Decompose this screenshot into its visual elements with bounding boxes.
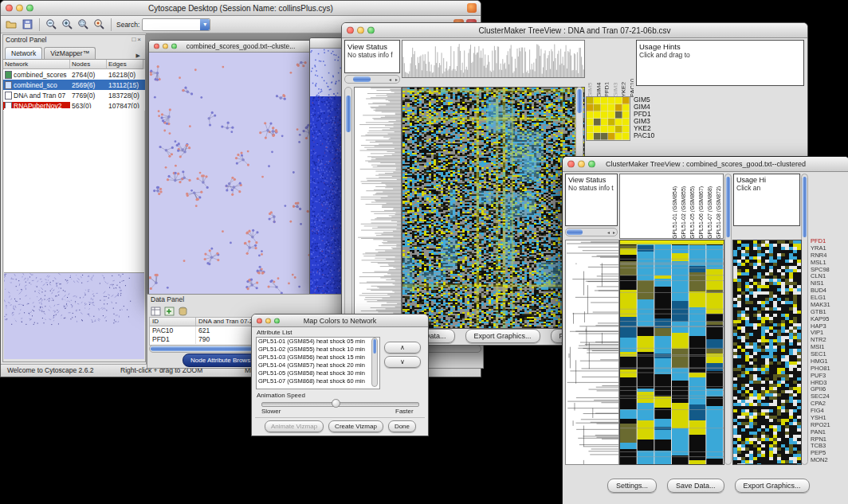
scroll-left-icon[interactable]: ◂ bbox=[607, 230, 610, 235]
gene-label[interactable]: SPC98 bbox=[811, 267, 847, 274]
gene-label[interactable]: MSI1 bbox=[811, 344, 847, 351]
attribute-list-item[interactable]: GPL51-02 (GSM855) heat shock 10 min bbox=[257, 346, 379, 354]
gene-label[interactable]: PUF3 bbox=[811, 373, 847, 380]
network-row[interactable]: combined_scores 2764(0) 16218(0) bbox=[3, 69, 145, 80]
save-session-icon[interactable] bbox=[21, 18, 34, 31]
gene-label[interactable]: KAP95 bbox=[811, 316, 847, 323]
gene-label[interactable]: PHO81 bbox=[811, 365, 847, 373]
gene-label[interactable]: BUD4 bbox=[811, 287, 847, 295]
scroll-right-icon[interactable]: ▸ bbox=[395, 77, 398, 82]
gene-label[interactable]: GTB1 bbox=[811, 309, 847, 316]
expression-heatmap[interactable] bbox=[402, 87, 585, 329]
window-controls[interactable] bbox=[257, 318, 280, 323]
heatmap2-vscrollbar[interactable] bbox=[801, 174, 808, 465]
minimize-icon[interactable] bbox=[357, 27, 364, 34]
gene-label[interactable]: CPA2 bbox=[811, 400, 847, 408]
gene-label[interactable]: RPO21 bbox=[811, 422, 847, 429]
array-column-label[interactable]: GPL51-07 (GSM868) bbox=[707, 175, 713, 239]
network-view-titlebar[interactable]: combined_scores_good.txt--cluste... bbox=[149, 41, 332, 53]
treeview1-button[interactable]: Export Graphics... bbox=[465, 329, 540, 343]
scroll-right-icon[interactable]: ▸ bbox=[613, 230, 615, 235]
animation-speed-slider[interactable] bbox=[261, 402, 419, 407]
attribute-list-item[interactable]: GPL51-01 (GSM854) heat shock 05 min bbox=[257, 338, 379, 346]
array-column-label[interactable]: PFD1 bbox=[603, 40, 609, 97]
close-icon[interactable] bbox=[567, 161, 575, 168]
attribute-list-item[interactable]: GPL51-03 (GSM856) heat shock 15 min bbox=[257, 354, 379, 361]
move-up-button[interactable]: ∧ bbox=[384, 342, 421, 354]
window-controls[interactable] bbox=[6, 5, 33, 12]
gene-label[interactable]: GPII6 bbox=[811, 386, 847, 393]
gene-label[interactable]: NTR2 bbox=[811, 337, 847, 344]
gene-label[interactable]: TCB3 bbox=[811, 443, 847, 450]
zoom-window-icon[interactable] bbox=[274, 318, 280, 323]
network-canvas[interactable] bbox=[149, 53, 331, 295]
treeview2-button[interactable]: Settings... bbox=[607, 479, 657, 493]
network-overview-panel[interactable] bbox=[4, 272, 144, 361]
matrix-gene-label[interactable]: PAC10 bbox=[634, 132, 654, 139]
attribute-list-item[interactable]: GPL51-04 (GSM857) heat shock 20 min bbox=[257, 361, 379, 369]
open-session-icon[interactable] bbox=[5, 18, 18, 31]
gene-label[interactable]: PAN1 bbox=[811, 429, 847, 436]
array-column-label[interactable]: GIM4 bbox=[595, 40, 601, 97]
dialog-titlebar[interactable]: Map Colors to Network bbox=[252, 315, 428, 327]
control-panel-tab[interactable]: VizMapper™ bbox=[44, 47, 96, 59]
array-column-label[interactable]: GPL51-01 (GSM854) bbox=[672, 175, 677, 239]
array-column-label[interactable]: GPL51-02 (GSM855) bbox=[681, 175, 686, 239]
row-dendrogram[interactable] bbox=[565, 240, 619, 465]
zoom-out-icon[interactable] bbox=[45, 18, 58, 31]
chevron-down-icon[interactable]: ▾ bbox=[200, 19, 210, 30]
gene-label[interactable]: FIG4 bbox=[811, 408, 847, 415]
zoom-in-icon[interactable] bbox=[61, 18, 74, 31]
tab-overflow-icon[interactable]: ▶ bbox=[133, 53, 143, 59]
gene-label[interactable]: MSL1 bbox=[811, 260, 847, 267]
row-dendrogram[interactable] bbox=[354, 87, 402, 329]
gene-label[interactable]: SEC1 bbox=[811, 351, 847, 358]
column-dendrogram[interactable] bbox=[402, 40, 585, 78]
treeview2-hscrollbar[interactable]: ◂ ▸ bbox=[565, 228, 618, 236]
heatmap1-vscrollbar[interactable] bbox=[724, 174, 732, 465]
network-table-header-cell[interactable]: Network bbox=[3, 60, 70, 69]
scrollbar-thumb[interactable] bbox=[567, 229, 583, 235]
scrollbar-thumb[interactable] bbox=[373, 339, 376, 354]
attribute-list-item[interactable]: GPL51-05 (GSM858) heat shock 30 min bbox=[257, 369, 379, 377]
scroll-left-icon[interactable]: ◂ bbox=[389, 77, 391, 82]
minimize-icon[interactable] bbox=[16, 5, 23, 12]
treeview2-button[interactable]: Export Graphics... bbox=[735, 479, 810, 493]
secondary-heatmap[interactable] bbox=[732, 240, 802, 465]
scrollbar-thumb[interactable] bbox=[346, 96, 351, 132]
network-canvas-2[interactable] bbox=[310, 49, 341, 294]
attribute-list-item[interactable]: GPL51-07 (GSM868) heat shock 60 min bbox=[257, 377, 379, 385]
gene-label[interactable]: SEC24 bbox=[811, 393, 847, 400]
gene-label[interactable]: CLN1 bbox=[811, 273, 847, 280]
minimize-icon[interactable] bbox=[265, 318, 271, 323]
network-view-2-titlebar[interactable] bbox=[310, 38, 343, 49]
panel-float-close-icons[interactable]: □× bbox=[132, 36, 143, 43]
network-table-header-cell[interactable]: Nodes bbox=[70, 60, 107, 69]
zoom-window-icon[interactable] bbox=[171, 44, 177, 49]
array-column-label[interactable]: PAC10 bbox=[628, 40, 634, 97]
gene-label[interactable]: MAK31 bbox=[811, 302, 847, 309]
cytoscape-titlebar[interactable]: Cytoscape Desktop (Session Name: collins… bbox=[1, 1, 481, 16]
window-controls[interactable] bbox=[567, 161, 595, 168]
array-column-label[interactable]: GPL51-06 (GSM867) bbox=[698, 175, 704, 239]
dialog-button[interactable]: Animate Vizmap bbox=[265, 420, 324, 432]
array-column-label[interactable]: GPL51-08 (GSM872) bbox=[716, 175, 721, 239]
gene-label[interactable]: PFD1 bbox=[811, 238, 847, 245]
gene-label[interactable]: RPN1 bbox=[811, 436, 847, 443]
scrollbar-thumb[interactable] bbox=[577, 89, 582, 113]
dialog-button[interactable]: Create Vizmap bbox=[328, 420, 383, 432]
minimize-icon[interactable] bbox=[163, 44, 168, 49]
gene-label[interactable]: VIP1 bbox=[811, 330, 847, 337]
minimize-icon[interactable] bbox=[578, 161, 585, 168]
array-column-label[interactable]: GPL51-05 (GSM865) bbox=[689, 175, 695, 239]
scrollbar-thumb[interactable] bbox=[803, 177, 807, 237]
close-icon[interactable] bbox=[154, 44, 159, 49]
move-down-button[interactable]: ∨ bbox=[384, 356, 421, 368]
zoom-fit-icon[interactable] bbox=[77, 18, 90, 31]
gene-label[interactable]: RNR4 bbox=[811, 252, 847, 260]
network-row[interactable]: combined_sco 2569(6) 13112(15) bbox=[3, 80, 145, 90]
scrollbar-thumb[interactable] bbox=[353, 76, 371, 82]
gene-label[interactable]: HRD3 bbox=[811, 380, 847, 387]
zoom-window-icon[interactable] bbox=[367, 27, 375, 34]
dialog-button[interactable]: Done bbox=[388, 420, 416, 432]
